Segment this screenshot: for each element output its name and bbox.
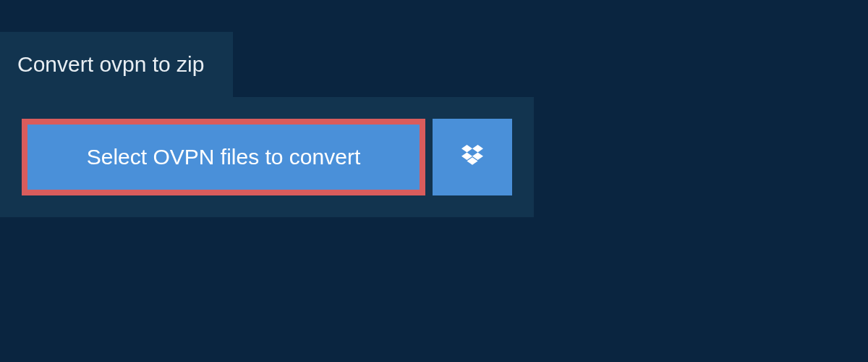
page-title: Convert ovpn to zip	[17, 52, 204, 76]
dropbox-icon	[459, 143, 485, 172]
select-files-label: Select OVPN files to convert	[87, 145, 361, 169]
page-title-tab: Convert ovpn to zip	[0, 32, 233, 97]
dropbox-button[interactable]	[433, 119, 512, 195]
upload-panel: Select OVPN files to convert	[0, 97, 534, 217]
select-files-button[interactable]: Select OVPN files to convert	[22, 119, 425, 195]
